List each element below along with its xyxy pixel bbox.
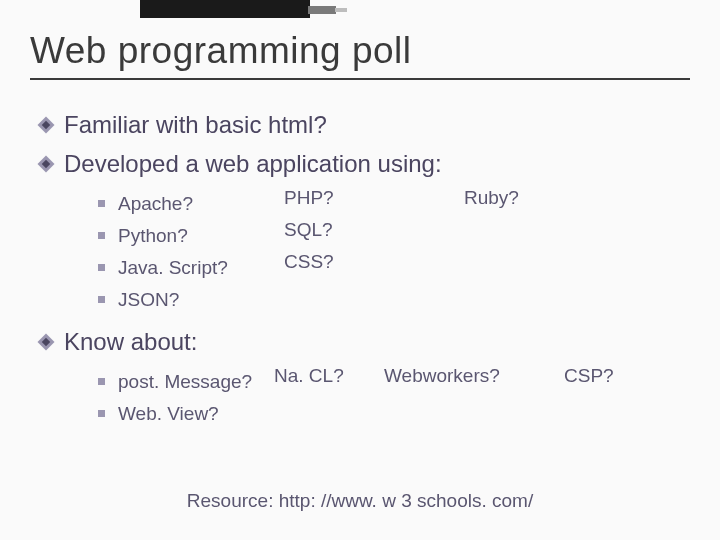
know-col-d: CSP? [564,360,644,435]
header-decoration [0,0,720,20]
item-label: PHP? [284,182,464,214]
list-item: Python? [98,220,284,252]
list-item: post. Message? [98,366,274,398]
item-label: Ruby? [464,182,624,214]
item-label: Java. Script? [118,257,228,278]
item-label: Python? [118,225,188,246]
item-label: post. Message? [118,371,252,392]
resource-footer: Resource: http: //www. w 3 schools. com/ [0,490,720,512]
item-label: SQL? [284,214,464,246]
dev-col-a: Apache? Python? Java. Script? JSON? [64,182,284,321]
item-label: Apache? [118,193,193,214]
dev-col-b: PHP? SQL? CSS? [284,182,464,321]
slide-title: Web programming poll [30,30,690,80]
bullet-text: Know about: [64,328,197,355]
bullet-know: Know about: post. Message? Web. View? Na… [40,325,690,434]
item-label: Na. CL? [274,360,384,392]
know-col-b: Na. CL? [274,360,384,435]
item-label: CSS? [284,246,464,278]
bullet-developed: Developed a web application using: Apach… [40,147,690,321]
bullet-text: Familiar with basic html? [64,111,327,138]
bullet-list: Familiar with basic html? Developed a we… [30,108,690,434]
know-col-c: Webworkers? [384,360,564,435]
item-label: CSP? [564,360,644,392]
dev-col-c: Ruby? [464,182,624,321]
list-item: JSON? [98,284,284,316]
item-label: JSON? [118,289,179,310]
list-item: Java. Script? [98,252,284,284]
know-columns: post. Message? Web. View? Na. CL? Webwor… [64,360,690,435]
item-label: Web. View? [118,403,219,424]
item-label: Webworkers? [384,360,564,392]
list-item: Apache? [98,188,284,220]
know-col-a: post. Message? Web. View? [64,360,274,435]
dev-columns: Apache? Python? Java. Script? JSON? PHP?… [64,182,690,321]
bullet-text: Developed a web application using: [64,150,442,177]
list-item: Web. View? [98,398,274,430]
bullet-familiar: Familiar with basic html? [40,108,690,143]
slide-body: Web programming poll Familiar with basic… [0,18,720,438]
